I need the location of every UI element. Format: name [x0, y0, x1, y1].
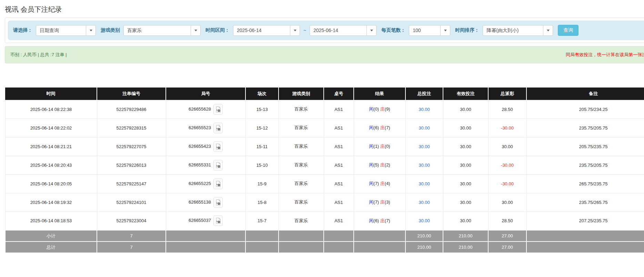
- bet-id-cell: 522579229486: [97, 100, 166, 119]
- date-from-value[interactable]: 2025-06-14: [233, 25, 290, 36]
- time-cell: 2025-06-14 08:19:32: [5, 193, 97, 212]
- total-bet-link[interactable]: 30.00: [419, 218, 430, 223]
- game-type-cell: 百家乐: [279, 137, 324, 156]
- chevron-down-icon: [547, 30, 550, 31]
- column-header-10: 备注: [526, 88, 644, 100]
- betting-records-table-wrap: 时间注单编号局号场次游戏类别桌号结果总投注有效投注总派彩备注 2025-06-1…: [5, 88, 644, 253]
- game-type-cell: 百家乐: [279, 212, 324, 230]
- banker-result-value: (7): [385, 218, 390, 223]
- round-id-value: 626655138: [189, 199, 211, 204]
- total-bet-link[interactable]: 30.00: [419, 125, 430, 131]
- summary-warning-note: 同局有效投注，统一计算在该局第一张注单: [566, 52, 644, 58]
- table-row: 2025-06-14 08:18:53522579223004626655037…: [5, 212, 644, 230]
- banker-result-value: (2): [385, 162, 390, 167]
- round-id-value: 626655523: [189, 125, 211, 130]
- result-cell: 闲(7) 庄(3): [354, 193, 405, 212]
- game-type-value[interactable]: 百家乐: [123, 25, 191, 36]
- sort-order-combobox: 降幂(由大到小): [483, 25, 553, 36]
- sort-order-value[interactable]: 降幂(由大到小): [483, 25, 543, 36]
- table-row: 2025-06-14 08:21:21522579227075626655423…: [5, 137, 644, 156]
- banker-result-value: (0): [385, 144, 390, 149]
- total-row-cell-8: 210.00: [443, 242, 488, 253]
- page-size-value[interactable]: 100: [409, 25, 441, 36]
- column-header-8: 有效投注: [443, 88, 488, 100]
- column-header-4: 游戏类别: [279, 88, 324, 100]
- date-from-dropdown-button[interactable]: [290, 25, 300, 36]
- video-replay-button[interactable]: [213, 197, 223, 208]
- total-row-cell-2: [166, 242, 245, 253]
- video-replay-button[interactable]: [213, 178, 223, 189]
- table-header-row: 时间注单编号局号场次游戏类别桌号结果总投注有效投注总派彩备注: [5, 88, 644, 100]
- total-bet-cell: 30.00: [405, 156, 443, 174]
- session-cell: 15-7: [245, 212, 279, 230]
- search-button[interactable]: 查询: [558, 25, 578, 36]
- video-replay-button[interactable]: [213, 160, 223, 171]
- video-file-icon: [215, 143, 221, 150]
- round-id-cell: 626655225: [166, 174, 245, 193]
- total-bet-link[interactable]: 30.00: [419, 200, 430, 205]
- player-result-label: 闲: [369, 218, 373, 223]
- date-to-combobox: 2025-06-14: [310, 25, 376, 36]
- player-result-label: 闲: [369, 181, 373, 186]
- subtotal-row: 小计7210.00210.0027.00: [5, 230, 644, 242]
- session-cell: 15-13: [245, 100, 279, 119]
- game-type-cell: 百家乐: [279, 174, 324, 193]
- video-replay-button[interactable]: [213, 123, 223, 133]
- date-to-dropdown-button[interactable]: [366, 25, 376, 36]
- round-id-value: 626655628: [189, 106, 211, 111]
- banker-result-value: (3): [385, 199, 390, 205]
- valid-bet-cell: 30.00: [443, 212, 488, 230]
- game-type-dropdown-button[interactable]: [191, 25, 201, 36]
- player-result-value: (7): [373, 199, 380, 205]
- player-result-value: (6): [373, 125, 380, 130]
- total-bet-link[interactable]: 30.00: [419, 163, 430, 168]
- total-bet-cell: 30.00: [405, 174, 443, 193]
- payout-cell: 28.50: [488, 100, 526, 119]
- chevron-down-icon: [370, 30, 373, 31]
- select-mode-value[interactable]: 日期查询: [36, 25, 86, 36]
- video-replay-button[interactable]: [213, 215, 223, 226]
- subtotal-row-cell-10: [526, 230, 644, 242]
- payout-cell: 30.00: [488, 137, 526, 156]
- remark-cell: 207.25/235.75: [526, 212, 644, 230]
- game-type-cell: 百家乐: [279, 100, 324, 119]
- remark-cell: 235.75/265.75: [526, 193, 644, 212]
- result-cell: 闲(1) 庄(0): [354, 137, 405, 156]
- select-mode-dropdown-button[interactable]: [86, 25, 96, 36]
- game-type-label: 游戏类别: [101, 27, 120, 33]
- payout-cell: 30.00: [488, 193, 526, 212]
- valid-bet-cell: 30.00: [443, 119, 488, 137]
- result-cell: 闲(5) 庄(2): [354, 156, 405, 174]
- sort-order-dropdown-button[interactable]: [543, 25, 553, 36]
- video-replay-button[interactable]: [213, 104, 223, 115]
- total-row: 总计7210.00210.0027.00: [5, 242, 644, 253]
- bet-id-cell: 522579225147: [97, 174, 166, 193]
- total-bet-link[interactable]: 30.00: [419, 107, 430, 112]
- player-result-label: 闲: [369, 162, 373, 167]
- player-result-value: (0): [373, 106, 380, 112]
- video-file-icon: [215, 181, 221, 187]
- table-row: 2025-06-14 08:22:02522579228315626655523…: [5, 119, 644, 137]
- payout-cell: -30.00: [488, 119, 526, 137]
- banker-result-label: 庄: [380, 181, 385, 186]
- time-cell: 2025-06-14 08:20:05: [5, 174, 97, 193]
- table-row: 2025-06-14 08:20:05522579225147626655225…: [5, 174, 644, 193]
- total-row-cell-4: [279, 242, 324, 253]
- subtotal-row-cell-5: [324, 230, 354, 242]
- subtotal-row-cell-8: 210.00: [443, 230, 488, 242]
- page-size-combobox: 100: [409, 25, 450, 36]
- date-to-value[interactable]: 2025-06-14: [310, 25, 367, 36]
- total-row-cell-1: 7: [97, 242, 166, 253]
- valid-bet-cell: 30.00: [443, 174, 488, 193]
- subtotal-row-cell-0: 小计: [5, 230, 97, 242]
- player-result-label: 闲: [369, 144, 373, 149]
- page-size-label: 每页笔数：: [381, 27, 405, 33]
- total-bet-link[interactable]: 30.00: [419, 181, 430, 186]
- round-id-value: 626655423: [189, 143, 211, 148]
- subtotal-row-cell-1: 7: [97, 230, 166, 242]
- page-title: 视讯 会员下注纪录: [5, 5, 644, 14]
- table-row: 2025-06-14 08:22:38522579229486626655628…: [5, 100, 644, 119]
- page-size-dropdown-button[interactable]: [440, 25, 450, 36]
- video-replay-button[interactable]: [213, 141, 223, 152]
- total-bet-link[interactable]: 30.00: [419, 144, 430, 149]
